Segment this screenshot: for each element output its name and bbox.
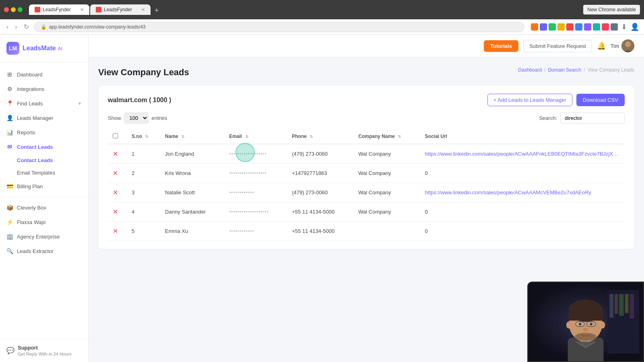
forward-button[interactable]: ›	[13, 22, 19, 32]
agency-icon: 🏢	[6, 233, 13, 240]
close-dot[interactable]	[4, 7, 9, 12]
row-phone-2: (479) 273-0060	[287, 183, 353, 202]
col-company: Company Name ⇅	[353, 129, 420, 144]
row-phone-4: +55 11 4134-5000	[287, 222, 353, 241]
dashboard-icon: ⊞	[6, 71, 13, 78]
row-social-0[interactable]: https://www.linkedin.com/sales/people/AC…	[420, 144, 625, 164]
svg-point-14	[566, 321, 572, 329]
browser-tabs: LeadsFynder ✕ LeadsFynder ✕ +	[29, 4, 580, 15]
table-row: ✕ 3 Natalie Scott •••••••••••• (479) 273…	[108, 183, 625, 202]
leads-manager-icon: 👤	[6, 115, 13, 121]
breadcrumb-current: View Company Leads	[587, 67, 634, 73]
logo-icon: LM	[6, 42, 19, 55]
tutorials-button[interactable]: Tutorials	[484, 40, 518, 52]
svg-point-15	[600, 321, 605, 329]
new-tab-button[interactable]: +	[151, 6, 162, 15]
entries-label: entries	[152, 115, 167, 121]
row-delete-0[interactable]: ✕	[108, 144, 127, 164]
svg-point-21	[574, 333, 597, 341]
sidebar-item-integrations[interactable]: ⚙ Integrations	[0, 82, 88, 96]
sidebar-item-reports[interactable]: 📊 Reports	[0, 125, 88, 140]
browser-chrome: LeadsFynder ✕ LeadsFynder ✕ + New Chrome…	[0, 0, 644, 19]
card-actions: + Add Leads to Leads Manager Download CS…	[487, 94, 625, 106]
support-title: Support	[18, 345, 71, 351]
user-name: Tim	[611, 43, 619, 49]
sidebar-item-leads-manager[interactable]: 👤 Leads Manager	[0, 111, 88, 125]
col-sno: S.no ⇅	[127, 129, 160, 144]
sidebar-subitem-contact-leads[interactable]: Contact Leads	[0, 154, 88, 167]
sidebar-item-dashboard[interactable]: ⊞ Dashboard	[0, 67, 88, 82]
search-box: Search:	[539, 113, 625, 123]
sidebar-item-label-find-leads: Find Leads	[17, 101, 43, 107]
phone-sort-icon[interactable]: ⇅	[310, 134, 313, 139]
notification-bell[interactable]: 🔔	[597, 41, 606, 50]
sidebar-item-find-leads[interactable]: 📍 Find Leads ▼	[0, 96, 88, 111]
name-sort-icon[interactable]: ⇅	[181, 134, 184, 139]
tab-1-close[interactable]: ✕	[80, 7, 84, 12]
breadcrumb-sep-2: /	[584, 67, 585, 73]
row-delete-3[interactable]: ✕	[108, 202, 127, 222]
svg-rect-13	[569, 311, 603, 321]
tab-1[interactable]: LeadsFynder ✕	[29, 4, 89, 15]
sidebar-item-label-extractor: Leads Extractor	[17, 248, 54, 254]
sidebar-item-agency-enterprise[interactable]: 🏢 Agency Enterprise	[0, 229, 88, 244]
sno-sort-icon[interactable]: ⇅	[145, 134, 148, 139]
sidebar-logo: LM LeadsMate Ai	[0, 35, 88, 62]
company-sort-icon[interactable]: ⇅	[398, 134, 401, 139]
ext-icon-2	[540, 23, 547, 31]
webcam-person-svg	[528, 282, 643, 362]
address-bar[interactable]: 🔒 app.leadsfynder.com/view-company-leads…	[34, 22, 524, 32]
sidebar-item-label-integrations: Integrations	[17, 86, 44, 92]
row-email-1: ••••••••••••••••••	[224, 164, 287, 183]
refresh-button[interactable]: ↻	[22, 21, 31, 32]
webcam-overlay	[527, 282, 644, 362]
feature-request-button[interactable]: Submit Feature Request	[523, 40, 592, 52]
row-delete-4[interactable]: ✕	[108, 222, 127, 241]
row-name-2: Natalie Scott	[160, 183, 224, 202]
sidebar-support: 💬 Support Get Reply With in 24 Hours	[0, 339, 88, 362]
sidebar-item-leads-extractor[interactable]: 🔍 Leads Extractor	[0, 244, 88, 258]
add-leads-button[interactable]: + Add Leads to Leads Manager	[487, 94, 572, 106]
sidebar-item-cleverly-box[interactable]: 📦 Cleverly Box	[0, 200, 88, 215]
downloads-icon[interactable]: ⬇	[621, 23, 627, 31]
col-email: Email ⇅	[224, 129, 287, 144]
sidebar-item-label-dashboard: Dashboard	[17, 72, 43, 78]
cleverly-icon: 📦	[6, 204, 13, 211]
sidebar-subitem-email-templates[interactable]: Email Templates	[0, 167, 88, 179]
row-email-3: •••••••••••••••••••	[224, 202, 287, 222]
search-input[interactable]	[560, 113, 625, 123]
new-chrome-button[interactable]: New Chrome available	[583, 5, 640, 14]
row-phone-1: +14792771863	[287, 164, 353, 183]
breadcrumb-domain-search[interactable]: Domain Search	[548, 67, 581, 73]
entries-select[interactable]: 10 25 50 100	[124, 113, 149, 123]
sidebar-item-contact-leads[interactable]: ✉ Contact Leads	[0, 140, 88, 154]
minimize-dot[interactable]	[11, 7, 16, 12]
maximize-dot[interactable]	[18, 7, 23, 12]
show-entries: Show 10 25 50 100 entries	[108, 113, 167, 123]
user-avatar[interactable]: Tim	[611, 39, 634, 52]
row-delete-2[interactable]: ✕	[108, 183, 127, 202]
col-social: Social Url	[420, 129, 625, 144]
select-all-checkbox[interactable]	[113, 133, 118, 138]
row-sno-0: 1	[127, 144, 160, 164]
sidebar-item-label-reports: Reports	[17, 130, 35, 136]
email-sort-icon[interactable]: ⇅	[245, 134, 248, 139]
row-sno-3: 4	[127, 202, 160, 222]
row-email-4: ••••••••••••	[224, 222, 287, 241]
sidebar-item-billing-plan[interactable]: 💳 Billing Plan	[0, 179, 88, 193]
download-csv-button[interactable]: Download CSV	[576, 94, 625, 106]
back-button[interactable]: ‹	[5, 22, 10, 32]
show-label: Show	[108, 115, 121, 121]
browser-toolbar: ‹ › ↻ 🔒 app.leadsfynder.com/view-company…	[0, 19, 644, 35]
tab-2[interactable]: LeadsFynder ✕	[90, 4, 151, 15]
tab-2-close[interactable]: ✕	[141, 7, 145, 12]
profile-icon[interactable]: 👤	[630, 23, 639, 31]
row-delete-1[interactable]: ✕	[108, 164, 127, 183]
row-email-2: ••••••••••••	[224, 183, 287, 202]
nav-divider	[0, 197, 88, 197]
row-social-2[interactable]: https://www.linkedin.com/sales/people/AC…	[420, 183, 625, 202]
sidebar-item-flaxxa-wapi[interactable]: ⚡ Flaxxa Wapi	[0, 215, 88, 229]
breadcrumb-dashboard[interactable]: Dashboard	[518, 67, 542, 73]
svg-rect-5	[615, 294, 618, 314]
ext-icon-1	[531, 23, 538, 31]
